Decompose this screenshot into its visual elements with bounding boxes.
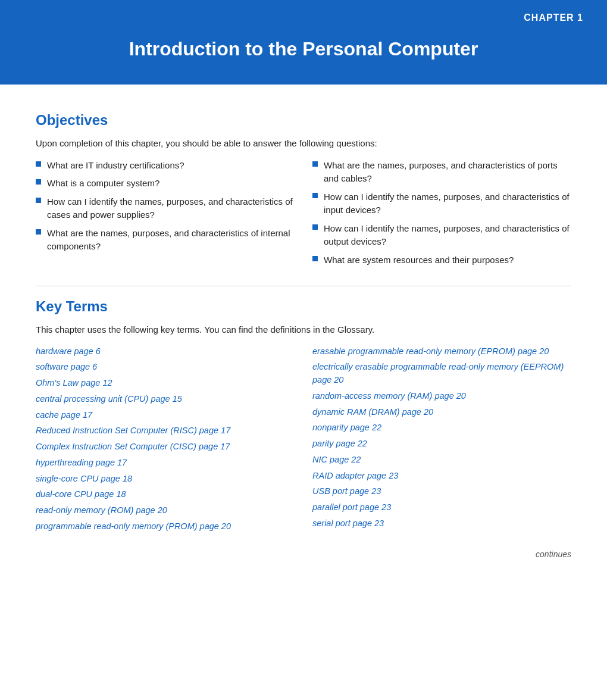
page-header: CHAPTER 1 Introduction to the Personal C…: [0, 0, 607, 85]
list-item: Ohm's Law page 12: [36, 377, 295, 390]
bullet-text: What is a computer system?: [47, 177, 159, 190]
list-item: NIC page 22: [312, 454, 571, 467]
bullet-icon: [312, 256, 318, 261]
key-terms-section: Key Terms This chapter uses the followin…: [36, 296, 571, 536]
objectives-title: Objectives: [36, 110, 571, 131]
bullet-icon: [36, 229, 41, 235]
section-divider: [36, 286, 571, 286]
list-item: USB port page 23: [312, 485, 571, 498]
bullet-icon: [312, 224, 318, 230]
list-item: central processing unit (CPU) page 15: [36, 393, 295, 406]
content-area: Objectives Upon completion of this chapt…: [0, 85, 607, 579]
list-item: single-core CPU page 18: [36, 473, 295, 486]
list-item: What are system resources and their purp…: [312, 254, 571, 267]
list-item: How can I identify the names, purposes, …: [312, 190, 571, 217]
bullet-text: What are IT industry certifications?: [47, 159, 184, 173]
objectives-left-col: What are IT industry certifications? Wha…: [36, 159, 295, 272]
list-item: programmable read-only memory (PROM) pag…: [36, 520, 295, 533]
key-terms-title: Key Terms: [36, 296, 571, 317]
objectives-intro: Upon completion of this chapter, you sho…: [36, 137, 571, 151]
list-item: parity page 22: [312, 438, 571, 451]
objectives-right-col: What are the names, purposes, and charac…: [312, 159, 571, 272]
bullet-text: How can I identify the names, purposes, …: [324, 222, 571, 249]
list-item: hyperthreading page 17: [36, 457, 295, 470]
list-item: Reduced Instruction Set Computer (RISC) …: [36, 424, 295, 438]
list-item: serial port page 23: [312, 517, 571, 530]
bullet-icon: [312, 193, 318, 198]
objectives-columns: What are IT industry certifications? Wha…: [36, 159, 571, 272]
list-item: cache page 17: [36, 409, 295, 422]
key-terms-columns: hardware page 6 software page 6 Ohm's La…: [36, 345, 571, 536]
bullet-text: What are the names, purposes, and charac…: [47, 227, 295, 254]
key-terms-right-col: erasable programmable read-only memory (…: [312, 345, 571, 536]
list-item: random-access memory (RAM) page 20: [312, 390, 571, 403]
list-item: nonparity page 22: [312, 421, 571, 435]
chapter-title: Introduction to the Personal Computer: [24, 29, 583, 71]
bullet-icon: [312, 161, 318, 167]
list-item: What is a computer system?: [36, 177, 295, 190]
bullet-icon: [36, 198, 41, 203]
list-item: erasable programmable read-only memory (…: [312, 345, 571, 358]
list-item: How can I identify the names, purposes, …: [36, 195, 295, 222]
list-item: RAID adapter page 23: [312, 470, 571, 483]
key-terms-left-col: hardware page 6 software page 6 Ohm's La…: [36, 345, 295, 536]
bullet-text: What are the names, purposes, and charac…: [324, 159, 571, 186]
list-item: How can I identify the names, purposes, …: [312, 222, 571, 249]
bullet-text: What are system resources and their purp…: [324, 254, 514, 267]
list-item: hardware page 6: [36, 345, 295, 358]
list-item: What are the names, purposes, and charac…: [312, 159, 571, 186]
list-item: read-only memory (ROM) page 20: [36, 504, 295, 517]
bullet-icon: [36, 179, 41, 185]
list-item: What are IT industry certifications?: [36, 159, 295, 173]
list-item: dynamic RAM (DRAM) page 20: [312, 406, 571, 419]
chapter-label: CHAPTER 1: [24, 11, 583, 25]
bullet-text: How can I identify the names, purposes, …: [324, 190, 571, 217]
list-item: What are the names, purposes, and charac…: [36, 227, 295, 254]
list-item: electrically erasable programmable read-…: [312, 361, 571, 387]
list-item: Complex Instruction Set Computer (CISC) …: [36, 440, 295, 454]
list-item: parallel port page 23: [312, 501, 571, 514]
list-item: dual-core CPU page 18: [36, 488, 295, 501]
list-item: software page 6: [36, 361, 295, 374]
bullet-icon: [36, 161, 41, 167]
bullet-text: How can I identify the names, purposes, …: [47, 195, 295, 222]
key-terms-intro: This chapter uses the following key term…: [36, 323, 571, 337]
continues-label: continues: [36, 548, 571, 561]
objectives-section: Objectives Upon completion of this chapt…: [36, 110, 571, 271]
